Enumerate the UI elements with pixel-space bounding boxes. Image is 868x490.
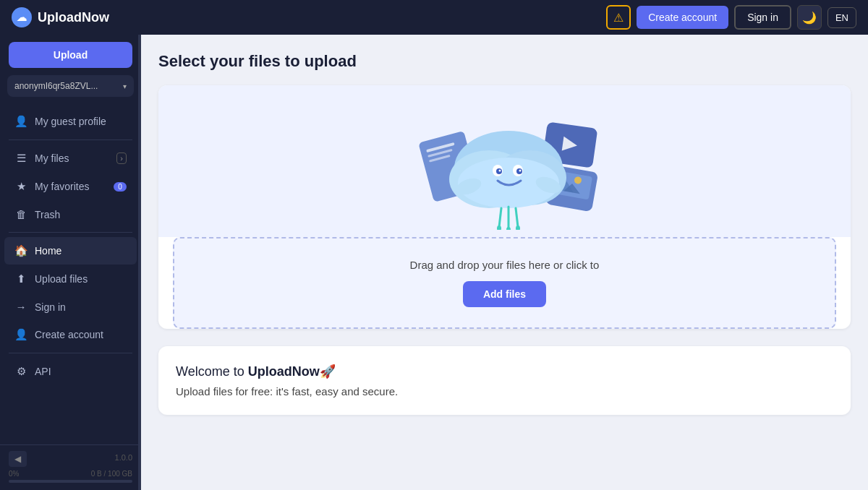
version-label: 1.0.0 xyxy=(115,453,132,462)
upload-icon: ⬆ xyxy=(14,272,27,285)
sidebar-label: Upload files xyxy=(35,273,127,285)
create-account-button[interactable]: Create account xyxy=(637,6,728,29)
storage-bar-container: 0% 0 B / 100 GB xyxy=(9,470,132,483)
svg-point-19 xyxy=(498,170,501,172)
upload-box: Drag and drop your files here or click t… xyxy=(158,85,851,329)
logo-icon: ☁ xyxy=(12,7,32,27)
page-title: Select your files to upload xyxy=(158,52,851,71)
sidebar-label: Sign in xyxy=(35,301,127,313)
signin-icon: → xyxy=(14,301,27,313)
cloud-svg xyxy=(382,93,628,230)
home-icon: 🏠 xyxy=(14,244,27,257)
sidebar-label: My files xyxy=(35,152,109,164)
sidebar-footer-row: ◀ 1.0.0 xyxy=(9,451,132,467)
warning-icon: ⚠ xyxy=(613,11,624,25)
svg-point-27 xyxy=(506,227,511,230)
sidebar-item-trash[interactable]: 🗑 Trash xyxy=(4,201,137,228)
storage-percent: 0% xyxy=(9,470,19,478)
logo: ☁ UploadNow xyxy=(12,7,109,27)
sidebar-resize-handle[interactable] xyxy=(138,35,141,490)
svg-point-28 xyxy=(516,225,520,230)
welcome-prefix: Welcome to xyxy=(176,364,248,379)
dropdown-arrow-icon: ▾ xyxy=(123,82,127,90)
storage-ratio: 0 B / 100 GB xyxy=(91,470,132,478)
sidebar-item-my-files[interactable]: ☰ My files › xyxy=(4,145,137,172)
sidebar: Upload anonymI6qr5a8ZVL... ▾ 👤 My guest … xyxy=(0,35,141,490)
dark-mode-button[interactable]: 🌙 xyxy=(797,5,822,30)
sidebar-item-my-favorites[interactable]: ★ My favorites 0 xyxy=(4,173,137,200)
sidebar-back-button[interactable]: ◀ xyxy=(9,451,27,467)
drop-zone-text: Drag and drop your files here or click t… xyxy=(410,259,600,271)
sidebar-divider-1 xyxy=(9,139,132,140)
topbar-right: ⚠ Create account Sign in 🌙 EN xyxy=(606,5,856,30)
add-files-button[interactable]: Add files xyxy=(463,281,546,307)
moon-icon: 🌙 xyxy=(802,11,817,25)
sidebar-user-dropdown[interactable]: anonymI6qr5a8ZVL... ▾ xyxy=(7,75,134,97)
favorites-badge: 0 xyxy=(114,182,127,192)
sidebar-upload-button[interactable]: Upload xyxy=(9,42,132,68)
svg-line-23 xyxy=(499,208,501,227)
sidebar-label: Home xyxy=(35,245,127,257)
sidebar-item-sign-in[interactable]: → Sign in xyxy=(4,293,137,320)
svg-point-26 xyxy=(497,225,501,230)
welcome-subtitle: Upload files for free: it's fast, easy a… xyxy=(176,385,833,397)
storage-bar xyxy=(9,480,132,483)
sidebar-label: Trash xyxy=(35,209,127,220)
welcome-title: Welcome to UploadNow🚀 xyxy=(176,364,833,379)
chevron-right-icon: › xyxy=(116,152,127,164)
sidebar-item-home[interactable]: 🏠 Home xyxy=(4,237,137,265)
sidebar-bottom: ◀ 1.0.0 0% 0 B / 100 GB xyxy=(0,444,141,490)
sidebar-label: My guest profile xyxy=(35,116,127,127)
sidebar-username: anonymI6qr5a8ZVL... xyxy=(14,81,98,91)
files-icon: ☰ xyxy=(14,152,27,165)
sidebar-item-upload-files[interactable]: ⬆ Upload files xyxy=(4,265,137,293)
user-icon: 👤 xyxy=(14,115,27,128)
storage-text: 0% 0 B / 100 GB xyxy=(9,470,132,478)
sidebar-item-my-guest-profile[interactable]: 👤 My guest profile xyxy=(4,108,137,135)
gear-icon: ⚙ xyxy=(14,365,27,378)
star-icon: ★ xyxy=(14,180,27,193)
welcome-emoji: 🚀 xyxy=(320,364,336,379)
sidebar-label: My favorites xyxy=(35,181,106,192)
sidebar-label: Create account xyxy=(35,329,127,340)
signin-button[interactable]: Sign in xyxy=(734,5,791,30)
layout: Upload anonymI6qr5a8ZVL... ▾ 👤 My guest … xyxy=(0,35,868,490)
create-account-icon: 👤 xyxy=(14,328,27,341)
sidebar-label: API xyxy=(35,366,127,377)
welcome-box: Welcome to UploadNow🚀 Upload files for f… xyxy=(158,346,851,415)
trash-icon: 🗑 xyxy=(14,208,27,220)
sidebar-item-create-account[interactable]: 👤 Create account xyxy=(4,321,137,348)
logo-text: UploadNow xyxy=(38,10,109,25)
sidebar-divider-2 xyxy=(9,232,132,233)
welcome-brand: UploadNow xyxy=(248,364,320,379)
sidebar-item-api[interactable]: ⚙ API xyxy=(4,358,137,385)
warning-button[interactable]: ⚠ xyxy=(606,5,631,30)
sidebar-divider-3 xyxy=(9,353,132,353)
cloud-illustration xyxy=(158,85,851,237)
topbar: ☁ UploadNow ⚠ Create account Sign in 🌙 E… xyxy=(0,0,868,35)
main-content: Select your files to upload xyxy=(141,35,868,490)
drop-zone[interactable]: Drag and drop your files here or click t… xyxy=(173,237,836,329)
svg-point-20 xyxy=(519,170,521,172)
svg-line-25 xyxy=(516,208,518,227)
sidebar-nav: 👤 My guest profile ☰ My files › ★ My fav… xyxy=(0,104,141,444)
language-button[interactable]: EN xyxy=(827,7,856,28)
